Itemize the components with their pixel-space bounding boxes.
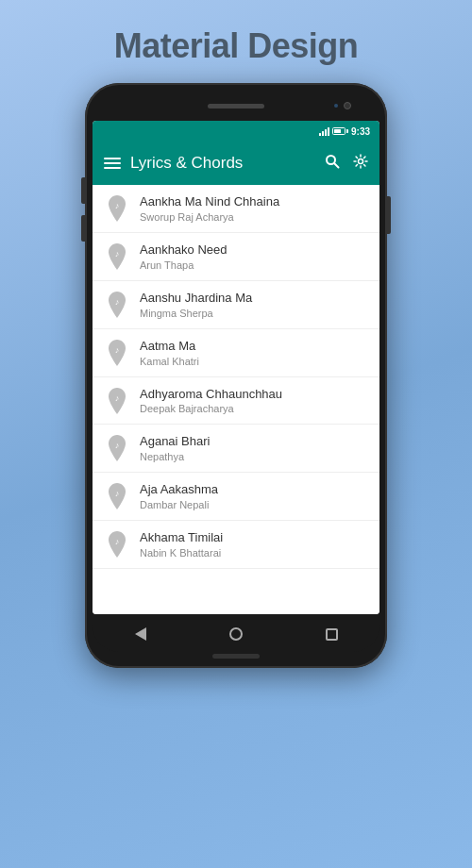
phone-bottom-button (212, 654, 260, 659)
svg-text:♪: ♪ (115, 297, 120, 307)
song-info: Akhama TimilaiNabin K Bhattarai (140, 530, 223, 559)
music-pin-icon: ♪ (104, 531, 130, 558)
nav-recents-button[interactable] (317, 620, 346, 648)
svg-text:♪: ♪ (115, 345, 120, 355)
song-title: Adhyaroma Chhaunchhau (140, 387, 282, 403)
music-pin-icon: ♪ (104, 195, 130, 222)
status-bar: 9:33 (93, 121, 379, 142)
music-pin-icon: ♪ (104, 243, 130, 270)
svg-point-2 (359, 159, 363, 164)
list-item[interactable]: ♪ Aganai BhariNepathya (93, 425, 379, 473)
svg-text:♪: ♪ (115, 249, 120, 259)
svg-text:♪: ♪ (115, 441, 120, 450)
svg-line-1 (334, 163, 339, 168)
song-artist: Nepathya (140, 451, 210, 462)
battery-icon (332, 127, 346, 135)
phone-shell: 9:33 Lyrics & Chords (85, 83, 387, 668)
song-title: Aganai Bhari (140, 434, 210, 450)
toolbar-title: Lyrics & Chords (130, 154, 315, 173)
music-pin-icon: ♪ (104, 340, 130, 366)
volume-up-button (81, 177, 85, 204)
song-info: Aankhako NeedArun Thapa (140, 242, 228, 271)
song-info: Adhyaroma ChhaunchhauDeepak Bajracharya (140, 387, 282, 415)
svg-text:♪: ♪ (115, 201, 120, 210)
phone-top-bar (93, 92, 379, 119)
phone-camera (344, 102, 351, 109)
song-artist: Nabin K Bhattarai (140, 547, 223, 559)
song-info: Aankha Ma Nind ChhainaSworup Raj Acharya (140, 194, 279, 223)
power-button (387, 196, 391, 234)
song-artist: Sworup Raj Acharya (140, 211, 279, 223)
song-artist: Arun Thapa (140, 259, 228, 271)
song-title: Akhama Timilai (140, 530, 223, 546)
list-item[interactable]: ♪ Aankhako NeedArun Thapa (93, 233, 379, 281)
music-pin-icon: ♪ (104, 435, 130, 461)
list-item[interactable]: ♪ Adhyaroma ChhaunchhauDeepak Bajrachary… (93, 377, 379, 426)
list-item[interactable]: ♪ Aankha Ma Nind ChhainaSworup Raj Achar… (93, 185, 379, 233)
song-title: Aanshu Jhardina Ma (140, 291, 252, 307)
song-title: Aja Aakashma (140, 482, 218, 498)
list-item[interactable]: ♪ Aja AakashmaDambar Nepali (93, 473, 379, 521)
svg-text:♪: ♪ (115, 537, 120, 546)
phone-led (334, 104, 338, 108)
phone-speaker (208, 104, 264, 108)
app-toolbar: Lyrics & Chords (93, 142, 379, 185)
music-pin-icon: ♪ (104, 292, 130, 318)
song-title: Aatma Ma (140, 339, 199, 355)
list-item[interactable]: ♪ Akhama TimilaiNabin K Bhattarai (93, 521, 379, 569)
song-list: ♪ Aankha Ma Nind ChhainaSworup Raj Achar… (93, 185, 379, 614)
list-item[interactable]: ♪ Aatma MaKamal Khatri (93, 329, 379, 377)
search-icon[interactable] (325, 154, 340, 173)
song-artist: Deepak Bajracharya (140, 403, 282, 414)
nav-back-button[interactable] (126, 620, 155, 648)
nav-home-button[interactable] (222, 620, 250, 648)
music-pin-icon: ♪ (104, 388, 130, 414)
song-info: Aanshu Jhardina MaMingma Sherpa (140, 291, 252, 319)
list-item[interactable]: ♪ Aanshu Jhardina MaMingma Sherpa (93, 281, 379, 329)
page-title: Material Design (114, 26, 359, 66)
svg-text:♪: ♪ (115, 393, 120, 403)
song-title: Aankha Ma Nind Chhaina (140, 194, 279, 210)
song-artist: Mingma Sherpa (140, 308, 252, 319)
phone-screen: 9:33 Lyrics & Chords (93, 121, 379, 614)
signal-icon (319, 126, 329, 136)
volume-down-button (81, 215, 85, 242)
svg-text:♪: ♪ (115, 489, 120, 498)
status-time: 9:33 (351, 126, 370, 137)
bottom-nav-bar (93, 616, 379, 652)
toolbar-actions (325, 154, 368, 173)
menu-icon[interactable] (104, 158, 121, 169)
song-artist: Kamal Khatri (140, 356, 199, 367)
status-icons: 9:33 (319, 126, 370, 137)
settings-icon[interactable] (353, 154, 368, 173)
song-info: Aja AakashmaDambar Nepali (140, 482, 218, 510)
song-info: Aatma MaKamal Khatri (140, 339, 199, 367)
song-artist: Dambar Nepali (140, 499, 218, 510)
song-title: Aankhako Need (140, 242, 228, 259)
music-pin-icon: ♪ (104, 483, 130, 509)
song-info: Aganai BhariNepathya (140, 434, 210, 462)
